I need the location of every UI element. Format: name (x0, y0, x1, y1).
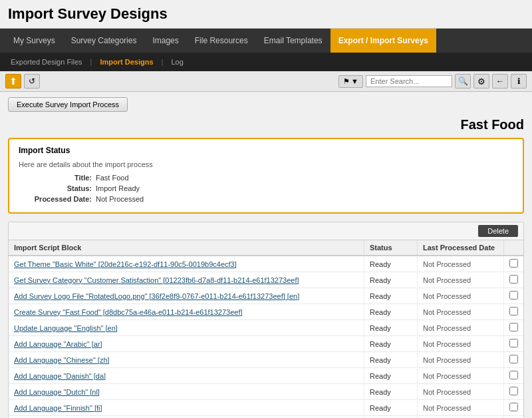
upload-icon-btn[interactable]: ⬆ (5, 74, 21, 89)
sub-nav-tab-exported-design-files[interactable]: Exported Design Files (5, 57, 88, 67)
script-link[interactable]: Add Survey Logo File "RotatedLogo.png" [… (14, 292, 299, 300)
status-cell: Ready (364, 336, 418, 352)
search-input[interactable] (366, 75, 452, 87)
toolbar-right: ⚑ ▼ 🔍 ⚙ ← ℹ (338, 74, 527, 89)
sub-nav-tab-import-designs[interactable]: Import Designs (94, 57, 158, 67)
status-fields: Title:Fast FoodStatus:Import ReadyProces… (19, 174, 513, 203)
advanced-search-btn[interactable]: ⚙ (473, 74, 489, 89)
table-row: Add Language "Danish" [da] Ready Not Pro… (9, 368, 523, 384)
status-cell: Ready (364, 400, 418, 416)
table-row: Get Theme "Basic White" [20de216c-e192-d… (9, 256, 523, 272)
script-link[interactable]: Add Language "Arabic" [ar] (14, 340, 102, 348)
refresh-btn[interactable]: ↺ (24, 74, 40, 89)
table-container: Delete Import Script Block Status Last P… (8, 222, 524, 418)
field-value: Fast Food (96, 174, 129, 182)
import-status-title: Import Status (19, 146, 513, 155)
status-field-row: Processed Date:Not Processed (19, 195, 513, 203)
flag-dropdown-btn[interactable]: ⚑ ▼ (338, 75, 363, 88)
checkbox-cell (504, 304, 524, 320)
field-value: Import Ready (96, 184, 140, 192)
search-btn[interactable]: 🔍 (455, 74, 471, 89)
date-cell: Not Processed (418, 336, 504, 352)
table-body: Get Theme "Basic White" [20de216c-e192-d… (9, 256, 523, 418)
script-cell: Add Survey Logo File "RotatedLogo.png" [… (9, 288, 364, 304)
table-row: Get Survey Category "Customer Satisfacti… (9, 272, 523, 288)
execute-import-button[interactable]: Execute Survey Import Process (8, 97, 128, 112)
field-label: Status: (19, 184, 92, 192)
script-cell: Add Language "Dutch" [nl] (9, 384, 364, 400)
script-link[interactable]: Add Language "Dutch" [nl] (14, 388, 100, 396)
script-cell: Add Language "Danish" [da] (9, 368, 364, 384)
checkbox-cell (504, 416, 524, 419)
row-checkbox[interactable] (509, 355, 518, 363)
script-cell: Get Theme "Basic White" [20de216c-e192-d… (9, 256, 364, 272)
field-label: Title: (19, 174, 92, 182)
refresh-icon: ↺ (29, 77, 35, 86)
date-cell: Not Processed (418, 256, 504, 272)
sub-nav-tab-log[interactable]: Log (166, 57, 188, 67)
main-nav-tab-export---import-surveys[interactable]: Export / Import Surveys (331, 29, 436, 53)
row-checkbox[interactable] (509, 387, 518, 395)
checkbox-cell (504, 352, 524, 368)
advanced-search-icon: ⚙ (477, 77, 485, 87)
script-link[interactable]: Add Language "Chinese" [zh] (14, 356, 110, 364)
main-nav-tab-file-resources[interactable]: File Resources (187, 29, 256, 53)
date-cell: Not Processed (418, 288, 504, 304)
main-nav-tab-images[interactable]: Images (144, 29, 186, 53)
table-row: Update Language "English" [en] Ready Not… (9, 320, 523, 336)
row-checkbox[interactable] (509, 275, 518, 284)
page-title: Import Survey Designs (8, 5, 524, 23)
table-row: Add Language "Finnish" [fi] Ready Not Pr… (9, 400, 523, 416)
checkbox-cell (504, 336, 524, 352)
content: Execute Survey Import Process Fast Food … (0, 92, 532, 418)
table-row: Create Survey "Fast Food" [d8dbc75a-e46a… (9, 304, 523, 320)
flag-chevron: ▼ (351, 77, 358, 85)
status-cell: Ready (364, 368, 418, 384)
row-checkbox[interactable] (509, 307, 518, 315)
status-field-row: Title:Fast Food (19, 174, 513, 182)
table-header: Import Script Block Status Last Processe… (9, 240, 523, 256)
main-nav-tab-survey-categories[interactable]: Survey Categories (63, 29, 145, 53)
table-toolbar: Delete (9, 222, 523, 240)
row-checkbox[interactable] (509, 291, 518, 300)
table-row: Add Language "Arabic" [ar] Ready Not Pro… (9, 336, 523, 352)
upload-icon: ⬆ (9, 76, 17, 87)
status-cell: Ready (364, 384, 418, 400)
info-btn[interactable]: ℹ (511, 74, 527, 89)
checkbox-cell (504, 368, 524, 384)
script-cell: Add Language "Chinese" [zh] (9, 352, 364, 368)
checkbox-cell (504, 272, 524, 288)
survey-title: Fast Food (8, 117, 524, 132)
row-checkbox[interactable] (509, 323, 518, 331)
table-row: Add Survey Logo File "RotatedLogo.png" [… (9, 288, 523, 304)
script-link[interactable]: Get Theme "Basic White" [20de216c-e192-d… (14, 260, 237, 268)
main-nav-tab-my-surveys[interactable]: My Surveys (5, 29, 63, 53)
script-link[interactable]: Get Survey Category "Customer Satisfacti… (14, 276, 299, 284)
date-cell: Not Processed (418, 272, 504, 288)
main-nav-tab-email-templates[interactable]: Email Templates (256, 29, 331, 53)
status-field-row: Status:Import Ready (19, 184, 513, 192)
script-cell: Add Language "French" [fr] (9, 416, 364, 419)
script-link[interactable]: Update Language "English" [en] (14, 324, 118, 332)
back-btn[interactable]: ← (492, 74, 508, 89)
row-checkbox[interactable] (509, 339, 518, 347)
script-link[interactable]: Add Language "Finnish" [fi] (14, 404, 102, 412)
status-cell: Ready (364, 416, 418, 419)
import-status-description: Here are details about the import proces… (19, 160, 513, 168)
toolbar: ⬆ ↺ ⚑ ▼ 🔍 ⚙ ← ℹ (0, 71, 532, 92)
date-cell: Not Processed (418, 368, 504, 384)
sub-nav-sep: | (90, 58, 92, 66)
row-checkbox[interactable] (509, 403, 518, 411)
row-checkbox[interactable] (509, 259, 518, 268)
script-cell: Get Survey Category "Customer Satisfacti… (9, 272, 364, 288)
script-link[interactable]: Create Survey "Fast Food" [d8dbc75a-e46a… (14, 308, 243, 316)
delete-button[interactable]: Delete (478, 225, 518, 237)
script-link[interactable]: Add Language "Danish" [da] (14, 372, 106, 380)
date-cell: Not Processed (418, 416, 504, 419)
status-cell: Ready (364, 256, 418, 272)
status-cell: Ready (364, 288, 418, 304)
checkbox-cell (504, 288, 524, 304)
row-checkbox[interactable] (509, 371, 518, 379)
date-cell: Not Processed (418, 320, 504, 336)
search-icon: 🔍 (458, 77, 468, 86)
